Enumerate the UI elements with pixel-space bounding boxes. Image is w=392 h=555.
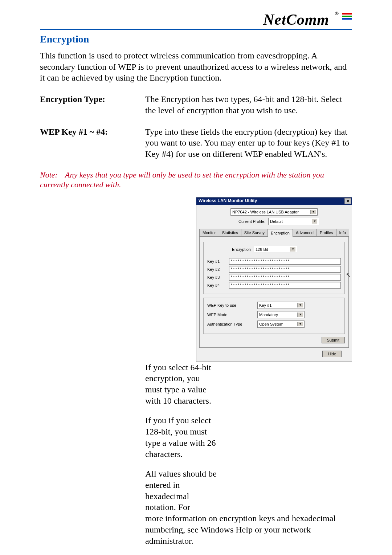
close-icon[interactable]: ✕: [344, 198, 351, 204]
wep-keys-label: WEP Key #1 ~ #4:: [40, 126, 145, 160]
chevron-down-icon: ▾: [297, 313, 303, 317]
key4-input[interactable]: **************************: [229, 282, 341, 289]
wep-mode-select[interactable]: Mandatory ▾: [257, 311, 305, 318]
wep-key-to-use-label: WEP Key to use: [207, 303, 257, 308]
current-profile-select[interactable]: Default ▾: [268, 218, 319, 225]
current-profile-value: Default: [270, 219, 283, 224]
tab-statistics[interactable]: Statistics: [219, 229, 241, 236]
wep-mode-label2: WEP Mode: [207, 312, 257, 317]
side-p1: If you select 64-bit encryption, you mus…: [145, 362, 218, 407]
key1-label: Key #1: [207, 259, 229, 264]
key1-input[interactable]: **************************: [229, 258, 341, 265]
brand-text: NetComm: [263, 11, 329, 28]
tab-bar: Monitor Statistics Site Survey Encryptio…: [199, 229, 349, 237]
auth-type-select[interactable]: Open System ▾: [257, 321, 305, 328]
dialog-screenshot: Wireless LAN Monitor Utility ✕ NP7042 - …: [196, 197, 352, 362]
encryption-type-text: The Encryption has two types, 64-bit and…: [145, 94, 352, 116]
encryption-level-label: Encryption: [207, 247, 254, 252]
encryption-level-value: 128 Bit: [256, 247, 268, 252]
side-p3a: All values should be entered in hexadeci…: [145, 468, 218, 513]
adapter-select[interactable]: NP7042 - Wireless LAN USB Adaptor ▾: [230, 208, 318, 216]
section-title: Encryption: [40, 33, 352, 45]
key3-label: Key #3: [207, 275, 229, 280]
tab-advanced[interactable]: Advanced: [293, 229, 317, 236]
tab-profiles[interactable]: Profiles: [317, 229, 336, 236]
tab-info[interactable]: Info: [336, 229, 349, 236]
brand-logo: NetComm ®: [263, 11, 352, 28]
encryption-level-select[interactable]: 128 Bit ▾: [254, 246, 297, 253]
encryption-type-label: Encryption Type:: [40, 94, 145, 116]
key4-label: Key #4: [207, 283, 229, 288]
chevron-down-icon: ▾: [297, 303, 303, 307]
submit-button[interactable]: Submit: [322, 337, 345, 343]
side-p3b: more information on encryption keys and …: [145, 513, 352, 546]
chevron-down-icon: ▾: [297, 322, 303, 326]
dialog-titlebar: Wireless LAN Monitor Utility ✕: [196, 197, 352, 205]
adapter-value: NP7042 - Wireless LAN USB Adaptor: [232, 209, 299, 215]
registered-icon: ®: [335, 11, 339, 16]
wep-key-to-use-select[interactable]: Key #1 ▾: [257, 302, 305, 309]
chevron-down-icon: ▾: [312, 219, 317, 224]
wep-mode-value: Mandatory: [259, 312, 278, 317]
note-block: Note: Any keys that you type will only b…: [40, 170, 352, 190]
wep-key-to-use-value: Key #1: [259, 303, 271, 308]
key2-label: Key #2: [207, 267, 229, 272]
tab-monitor[interactable]: Monitor: [199, 229, 219, 236]
intro-paragraph: This function is used to protect wireles…: [40, 50, 352, 83]
auth-type-value: Open System: [259, 322, 283, 327]
wep-keys-text: Type into these fields the encryption (d…: [145, 126, 352, 160]
side-column: If you select 64-bit encryption, you mus…: [145, 362, 218, 513]
note-label: Note:: [40, 170, 63, 180]
chevron-down-icon: ▾: [310, 210, 316, 214]
key3-input[interactable]: **************************: [229, 274, 341, 281]
tab-site-survey[interactable]: Site Survey: [241, 229, 268, 236]
chevron-down-icon: ▾: [290, 247, 295, 252]
encryption-tabpanel: Encryption 128 Bit ▾ Key #1 ************…: [199, 237, 349, 348]
logo-bars-icon: [342, 13, 352, 21]
hide-button[interactable]: Hide: [322, 351, 342, 357]
note-text: Any keys that you type will only be used…: [40, 170, 324, 189]
side-p2: If you if you select 128-bit, you must t…: [145, 415, 218, 460]
dialog-title: Wireless LAN Monitor Utility: [199, 198, 257, 204]
header-rule: [40, 29, 352, 30]
key2-input[interactable]: **************************: [229, 266, 341, 273]
current-profile-label: Current Profile:: [229, 219, 268, 224]
cursor-icon: ↖: [346, 272, 351, 279]
tab-encryption[interactable]: Encryption: [268, 229, 293, 237]
auth-type-label: Authentication Type: [207, 322, 257, 327]
